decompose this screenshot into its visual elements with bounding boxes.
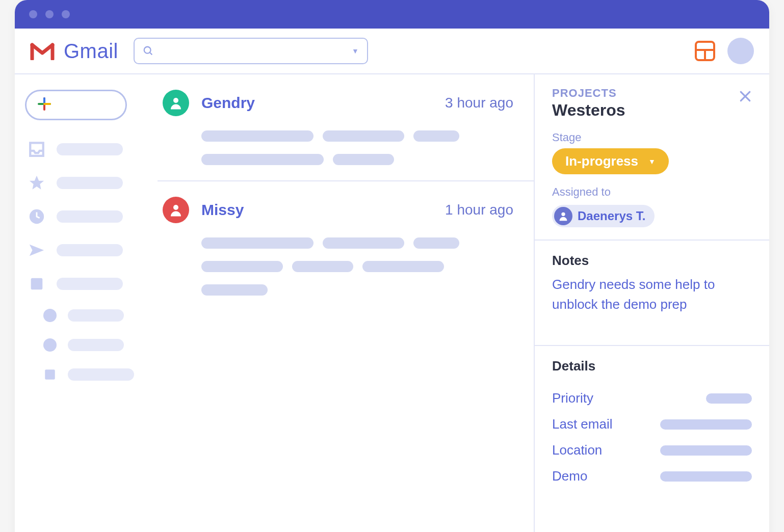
email-time: 1 hour ago — [445, 202, 513, 218]
svg-point-16 — [561, 212, 565, 216]
sender-avatar — [163, 90, 189, 116]
detail-value-placeholder — [660, 419, 752, 430]
detail-label: Priority — [552, 390, 593, 406]
topbar-right — [693, 38, 754, 64]
window-control-max[interactable] — [62, 10, 70, 18]
assigned-label: Assigned to — [552, 185, 752, 199]
email-time: 3 hour ago — [445, 95, 513, 111]
nav-list — [25, 141, 147, 381]
person-icon — [558, 210, 569, 222]
nav-label-placeholder — [68, 309, 124, 322]
detail-row: Location — [552, 442, 752, 458]
email-header: Gendry 3 hour ago — [163, 90, 513, 116]
text-placeholder — [323, 237, 404, 249]
sender-avatar — [163, 197, 189, 223]
text-placeholder — [201, 154, 324, 165]
text-placeholder — [333, 154, 394, 165]
nav-label-placeholder — [57, 143, 123, 155]
nav-drafts[interactable] — [28, 275, 147, 292]
nav-label-placeholder — [57, 244, 123, 256]
detail-value-placeholder — [660, 471, 752, 482]
person-icon — [168, 95, 184, 111]
sender-name: Missy — [201, 201, 244, 219]
clock-icon — [28, 208, 45, 225]
text-placeholder — [201, 261, 283, 272]
detail-row: Last email — [552, 416, 752, 432]
svg-point-12 — [173, 98, 178, 103]
text-placeholder — [323, 130, 404, 142]
text-placeholder — [201, 284, 268, 296]
assignee-chip[interactable]: Daenerys T. — [552, 205, 655, 227]
email-preview — [163, 237, 513, 296]
text-placeholder — [292, 261, 353, 272]
nav-label-2[interactable] — [28, 338, 147, 352]
divider — [535, 345, 769, 346]
nav-label-placeholder — [57, 177, 123, 189]
svg-rect-10 — [31, 278, 43, 290]
window-control-close[interactable] — [29, 10, 37, 18]
email-item[interactable]: Missy 1 hour ago — [158, 181, 534, 311]
text-placeholder — [362, 261, 444, 272]
close-panel-button[interactable] — [739, 87, 752, 105]
main-area: Gendry 3 hour ago — [15, 74, 769, 532]
email-preview — [163, 130, 513, 165]
text-placeholder — [413, 130, 459, 142]
close-icon — [739, 90, 752, 103]
window-control-min[interactable] — [45, 10, 54, 18]
svg-line-1 — [150, 52, 152, 55]
stage-dropdown[interactable]: In-progress ▼ — [552, 148, 669, 174]
svg-point-0 — [144, 47, 151, 54]
detail-value-placeholder — [660, 445, 752, 456]
detail-label: Location — [552, 442, 602, 458]
divider — [535, 240, 769, 241]
email-item[interactable]: Gendry 3 hour ago — [158, 74, 534, 181]
nav-label-placeholder — [68, 368, 134, 381]
search-dropdown-caret[interactable]: ▼ — [352, 47, 359, 55]
nav-sent[interactable] — [28, 242, 147, 259]
panel-category: PROJECTS — [552, 87, 625, 100]
nav-label-placeholder — [57, 210, 123, 223]
text-placeholder — [413, 237, 459, 249]
apps-button[interactable] — [693, 39, 717, 63]
person-icon — [168, 202, 184, 218]
app-name: Gmail — [64, 40, 118, 63]
detail-row: Demo — [552, 468, 752, 484]
compose-button[interactable] — [25, 90, 127, 120]
nav-starred[interactable] — [28, 174, 147, 192]
search-box[interactable]: ▼ — [134, 38, 368, 64]
window-titlebar — [15, 0, 769, 29]
app-window: Gmail ▼ — [15, 0, 769, 532]
stage-label: Stage — [552, 131, 752, 144]
assignee-name: Daenerys T. — [578, 209, 645, 223]
detail-value-placeholder — [706, 393, 752, 404]
text-placeholder — [201, 237, 313, 249]
detail-label: Last email — [552, 416, 613, 432]
email-list: Gendry 3 hour ago — [158, 74, 535, 532]
chevron-down-icon: ▼ — [648, 157, 656, 166]
svg-rect-11 — [45, 369, 55, 380]
nav-label-3[interactable] — [28, 368, 147, 381]
assignee-avatar — [554, 207, 572, 225]
plus-icon — [38, 97, 51, 113]
search-input[interactable] — [160, 45, 346, 57]
email-header: Missy 1 hour ago — [163, 197, 513, 223]
account-avatar[interactable] — [727, 38, 754, 64]
star-icon — [28, 174, 45, 192]
topbar: Gmail ▼ — [15, 29, 769, 74]
nav-label-placeholder — [57, 278, 123, 290]
send-icon — [28, 242, 45, 259]
nav-label-1[interactable] — [28, 309, 147, 322]
stage-value: In-progress — [565, 153, 638, 169]
sender-name: Gendry — [201, 94, 255, 112]
app-logo: Gmail — [30, 40, 118, 63]
grid-icon — [695, 41, 715, 61]
svg-point-13 — [173, 205, 178, 210]
text-placeholder — [201, 130, 313, 142]
details-heading: Details — [552, 358, 752, 374]
nav-label-placeholder — [68, 339, 124, 351]
panel-title: Westeros — [552, 101, 625, 120]
gmail-icon — [30, 42, 55, 60]
nav-snoozed[interactable] — [28, 208, 147, 225]
nav-inbox[interactable] — [28, 141, 147, 158]
inbox-icon — [28, 141, 45, 158]
